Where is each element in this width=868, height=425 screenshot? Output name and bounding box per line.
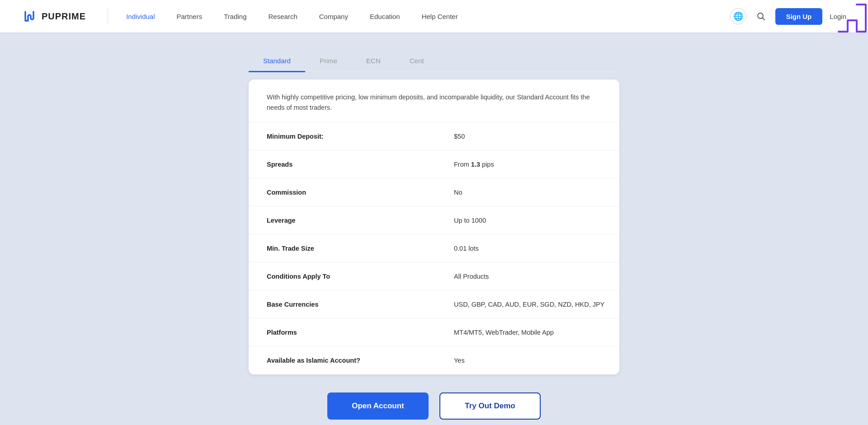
header: PUPRIME Individual Partners Trading Rese… xyxy=(0,0,868,33)
row-value-conditions: All Products xyxy=(443,266,619,287)
tab-prime[interactable]: Prime xyxy=(305,51,352,72)
row-label-min-deposit: Minimum Deposit: xyxy=(249,126,443,147)
spreads-prefix: From xyxy=(454,161,471,168)
row-value-min-deposit: $50 xyxy=(443,126,619,147)
search-button[interactable] xyxy=(754,9,768,23)
row-value-spreads: From 1.3 pips xyxy=(443,154,619,175)
spreads-suffix: pips xyxy=(480,161,494,168)
row-label-min-trade-size: Min. Trade Size xyxy=(249,238,443,259)
row-label-spreads: Spreads xyxy=(249,154,443,175)
logo[interactable]: PUPRIME xyxy=(22,8,86,24)
signup-button[interactable]: Sign Up xyxy=(775,8,823,25)
row-value-commission: No xyxy=(443,182,619,203)
nav-item-company[interactable]: Company xyxy=(308,0,359,33)
svg-rect-0 xyxy=(22,8,38,24)
logo-text: PUPRIME xyxy=(42,11,86,22)
nav-item-partners[interactable]: Partners xyxy=(166,0,213,33)
table-row: Leverage Up to 1000 xyxy=(249,206,619,234)
account-info-card: With highly competitive pricing, low min… xyxy=(249,79,619,374)
nav-divider xyxy=(108,8,108,24)
open-account-button[interactable]: Open Account xyxy=(327,392,429,420)
row-label-base-currencies: Base Currencies xyxy=(249,294,443,315)
svg-line-2 xyxy=(762,18,764,20)
table-row: Base Currencies USD, GBP, CAD, AUD, EUR,… xyxy=(249,290,619,318)
primary-nav: Individual Partners Trading Research Com… xyxy=(115,0,730,33)
tab-ecn[interactable]: ECN xyxy=(352,51,395,72)
language-button[interactable]: 🌐 xyxy=(730,8,746,24)
row-value-islamic: Yes xyxy=(443,350,619,371)
account-tabs: Standard Prime ECN Cent xyxy=(249,51,619,72)
main-content: Standard Prime ECN Cent With highly comp… xyxy=(0,33,868,425)
nav-item-individual[interactable]: Individual xyxy=(115,0,165,33)
row-label-platforms: Platforms xyxy=(249,322,443,343)
cta-buttons: Open Account Try Out Demo xyxy=(327,392,541,420)
nav-item-education[interactable]: Education xyxy=(359,0,411,33)
nav-item-research[interactable]: Research xyxy=(258,0,308,33)
row-label-commission: Commission xyxy=(249,182,443,203)
nav-item-trading[interactable]: Trading xyxy=(213,0,257,33)
spreads-bold: 1.3 xyxy=(471,161,480,168)
card-description: With highly competitive pricing, low min… xyxy=(249,79,619,122)
header-right: 🌐 Sign Up Login xyxy=(730,8,846,25)
table-row: Conditions Apply To All Products xyxy=(249,262,619,290)
row-label-conditions: Conditions Apply To xyxy=(249,266,443,287)
table-row: Commission No xyxy=(249,178,619,206)
row-label-leverage: Leverage xyxy=(249,210,443,231)
table-row: Platforms MT4/MT5, WebTrader, Mobile App xyxy=(249,318,619,346)
table-row: Min. Trade Size 0.01 lots xyxy=(249,234,619,262)
try-demo-button[interactable]: Try Out Demo xyxy=(439,392,541,420)
nav-item-help-center[interactable]: Help Center xyxy=(411,0,469,33)
row-value-min-trade-size: 0.01 lots xyxy=(443,238,619,259)
tab-standard[interactable]: Standard xyxy=(249,51,305,72)
row-value-leverage: Up to 1000 xyxy=(443,210,619,231)
row-value-platforms: MT4/MT5, WebTrader, Mobile App xyxy=(443,322,619,343)
row-label-islamic: Available as Islamic Account? xyxy=(249,350,443,371)
corner-decoration xyxy=(832,0,868,36)
table-row: Available as Islamic Account? Yes xyxy=(249,346,619,374)
row-value-base-currencies: USD, GBP, CAD, AUD, EUR, SGD, NZD, HKD, … xyxy=(443,294,619,315)
table-row: Minimum Deposit: $50 xyxy=(249,122,619,150)
tab-cent[interactable]: Cent xyxy=(395,51,439,72)
table-row: Spreads From 1.3 pips xyxy=(249,150,619,178)
